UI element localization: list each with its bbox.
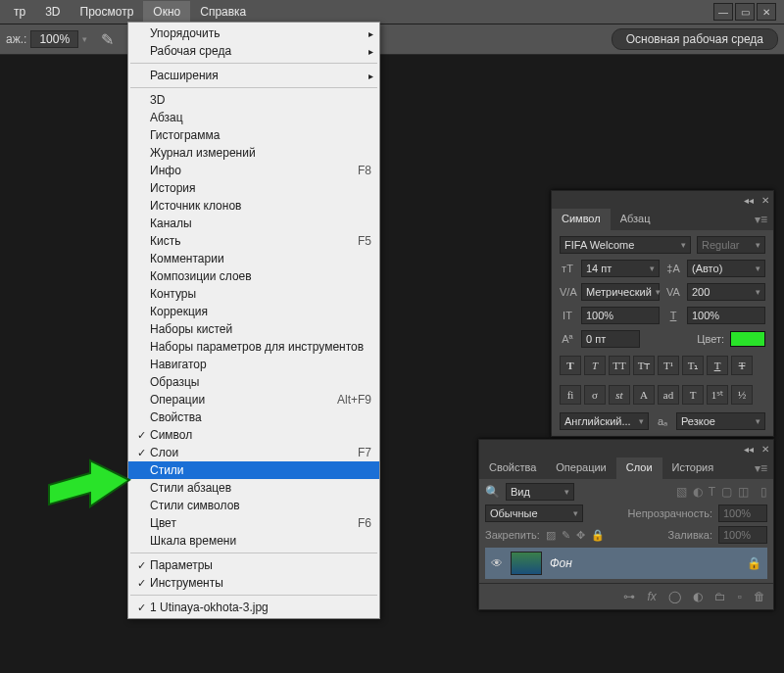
menu-item[interactable]: Стили символов <box>128 497 379 514</box>
tracking-select[interactable]: 200 <box>687 283 765 301</box>
menu-item[interactable]: ✓Инструменты <box>128 574 379 592</box>
strike-button[interactable]: T <box>731 356 753 375</box>
menu-item[interactable]: Гистограмма <box>128 126 379 144</box>
filter-smart-icon[interactable]: ◫ <box>738 485 749 499</box>
menu-item[interactable]: Стили абзацев <box>128 479 379 497</box>
superscript-button[interactable]: T¹ <box>658 356 679 375</box>
bold-button[interactable]: T <box>560 356 581 375</box>
menu-view[interactable]: Просмотр <box>71 1 144 23</box>
menu-item[interactable]: Расширения <box>128 67 379 84</box>
filter-select[interactable]: Вид <box>506 483 574 501</box>
tab-character[interactable]: Символ <box>552 209 611 230</box>
panel-menu-icon[interactable]: ▾≡ <box>749 457 773 479</box>
close-icon[interactable]: ✕ <box>761 444 769 455</box>
maximize-button[interactable]: ▭ <box>735 3 755 21</box>
layer-name[interactable]: Фон <box>550 556 572 570</box>
brush-icon[interactable]: ✎ <box>101 30 114 49</box>
menu-item[interactable]: ИнфоF8 <box>128 162 379 179</box>
panel-menu-icon[interactable]: ▾≡ <box>749 209 773 230</box>
ot-fi[interactable]: fi <box>560 385 581 405</box>
menu-item[interactable]: Источник клонов <box>128 197 379 215</box>
menu-item[interactable]: Наборы параметров для инструментов <box>128 338 379 356</box>
fx-icon[interactable]: fx <box>647 590 656 603</box>
smallcaps-button[interactable]: Tᴛ <box>633 356 655 375</box>
menu-item[interactable]: Свойства <box>128 409 379 426</box>
workspace-button[interactable]: Основная рабочая среда <box>612 28 778 50</box>
font-style-select[interactable]: Regular <box>697 236 765 254</box>
menu-item[interactable]: Шкала времени <box>128 532 379 550</box>
filter-toggle[interactable]: ▯ <box>760 485 767 499</box>
ot-st[interactable]: st <box>609 385 630 405</box>
new-layer-icon[interactable]: ▫ <box>738 590 742 603</box>
ot-swash[interactable]: A <box>633 385 655 405</box>
menu-item[interactable]: Композиции слоев <box>128 267 379 285</box>
menu-item[interactable]: Навигатор <box>128 356 379 373</box>
filter-shape-icon[interactable]: ▢ <box>721 485 732 499</box>
vscale-field[interactable]: 100% <box>581 307 660 324</box>
tab-paragraph[interactable]: Абзац <box>611 209 661 230</box>
zoom-dropdown-icon[interactable]: ▾ <box>82 34 87 44</box>
zoom-value[interactable]: 100% <box>30 30 78 48</box>
collapse-icon[interactable]: ◂◂ <box>744 444 754 455</box>
font-family-select[interactable]: FIFA Welcome <box>560 236 691 254</box>
tab-properties[interactable]: Свойства <box>479 457 546 479</box>
opacity-field[interactable]: 100% <box>718 505 767 522</box>
tab-actions[interactable]: Операции <box>546 457 615 479</box>
menu-window[interactable]: Окно <box>143 1 190 23</box>
group-icon[interactable]: 🗀 <box>714 590 726 603</box>
delete-layer-icon[interactable]: 🗑 <box>754 590 765 603</box>
italic-button[interactable]: T <box>584 356 606 375</box>
tab-layers[interactable]: Слои <box>616 457 662 479</box>
subscript-button[interactable]: T₁ <box>682 356 704 375</box>
menu-item[interactable]: ✓СлоиF7 <box>128 444 379 461</box>
menu-item[interactable]: Коррекция <box>128 303 379 320</box>
close-button[interactable]: ✕ <box>757 3 776 21</box>
menu-item[interactable]: Комментарии <box>128 250 379 267</box>
hscale-field[interactable]: 100% <box>687 307 765 324</box>
lock-all-icon[interactable]: 🔒 <box>591 529 605 542</box>
mask-icon[interactable]: ◯ <box>668 590 681 603</box>
ot-fractions[interactable]: ½ <box>731 385 753 405</box>
menu-item[interactable]: Контуры <box>128 285 379 303</box>
adjustment-icon[interactable]: ◐ <box>693 590 703 603</box>
menu-item[interactable]: ✓Символ <box>128 426 379 444</box>
filter-type-icon[interactable]: T <box>709 485 715 499</box>
text-color-swatch[interactable] <box>730 331 765 347</box>
kerning-select[interactable]: Метрический <box>581 283 660 301</box>
lock-transparency-icon[interactable]: ▨ <box>546 529 556 542</box>
menu-item[interactable]: Рабочая среда <box>128 42 379 60</box>
menu-item[interactable]: ✓1 Utinaya-okhota-3.jpg <box>128 599 379 616</box>
lock-position-icon[interactable]: ✥ <box>576 529 585 542</box>
menu-item[interactable]: Образцы <box>128 373 379 391</box>
underline-button[interactable]: T <box>707 356 728 375</box>
filter-adj-icon[interactable]: ◐ <box>693 485 703 499</box>
fill-field[interactable]: 100% <box>718 526 767 544</box>
menu-item[interactable]: Стили <box>128 461 379 479</box>
menu-item[interactable]: Абзац <box>128 109 379 126</box>
baseline-field[interactable]: 0 пт <box>581 330 640 348</box>
ot-ad[interactable]: ad <box>658 385 679 405</box>
ot-ordinals[interactable]: 1ˢᵗ <box>707 385 728 405</box>
tab-history[interactable]: История <box>662 457 724 479</box>
font-size-select[interactable]: 14 пт <box>581 260 660 277</box>
leading-select[interactable]: (Авто) <box>687 260 765 277</box>
layer-row[interactable]: 👁 Фон 🔒 <box>485 548 767 579</box>
blend-mode-select[interactable]: Обычные <box>485 505 583 522</box>
ot-titling[interactable]: T <box>682 385 704 405</box>
menu-item[interactable]: Наборы кистей <box>128 320 379 338</box>
menu-filter[interactable]: тр <box>4 1 35 23</box>
menu-help[interactable]: Справка <box>190 1 256 23</box>
language-select[interactable]: Английский... <box>560 412 649 430</box>
lock-pixels-icon[interactable]: ✎ <box>562 529 570 542</box>
allcaps-button[interactable]: TT <box>609 356 630 375</box>
menu-item[interactable]: Каналы <box>128 215 379 232</box>
collapse-icon[interactable]: ◂◂ <box>744 195 754 206</box>
menu-item[interactable]: История <box>128 179 379 197</box>
menu-item[interactable]: ОперацииAlt+F9 <box>128 391 379 409</box>
minimize-button[interactable]: — <box>713 3 733 21</box>
menu-item[interactable]: Журнал измерений <box>128 144 379 162</box>
menu-item[interactable]: Упорядочить <box>128 24 379 42</box>
visibility-icon[interactable]: 👁 <box>491 556 503 570</box>
link-layers-icon[interactable]: ⊶ <box>623 590 635 603</box>
menu-item[interactable]: КистьF5 <box>128 232 379 250</box>
